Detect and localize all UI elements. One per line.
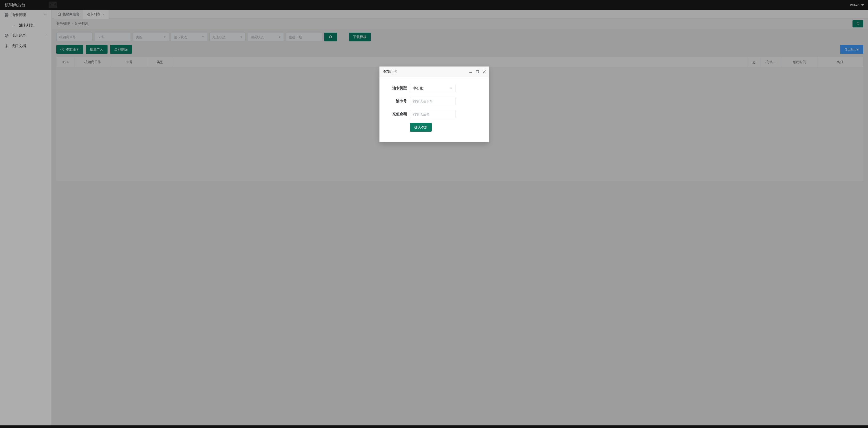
modal-overlay[interactable]: 添加油卡 油卡类型 中石化 ▼ 油卡号 xyxy=(0,0,868,428)
field-label-card-no: 油卡号 xyxy=(389,99,410,104)
maximize-button[interactable] xyxy=(476,70,479,73)
modal-body: 油卡类型 中石化 ▼ 油卡号 充值金额 xyxy=(379,77,489,142)
modal-title: 添加油卡 xyxy=(382,69,397,74)
recharge-amount-input[interactable] xyxy=(410,110,456,118)
field-label-type: 油卡类型 xyxy=(389,86,410,91)
field-label-amount: 充值金额 xyxy=(389,112,410,116)
add-oilcard-modal: 添加油卡 油卡类型 中石化 ▼ 油卡号 xyxy=(379,66,489,142)
modal-header[interactable]: 添加油卡 xyxy=(379,66,489,77)
close-icon xyxy=(483,70,486,73)
confirm-add-button[interactable]: 确认添加 xyxy=(410,123,432,132)
oilcard-type-select[interactable]: 中石化 ▼ xyxy=(410,84,456,92)
minimize-icon xyxy=(469,70,472,73)
caret-down-icon: ▼ xyxy=(450,87,453,90)
oilcard-no-input[interactable] xyxy=(410,97,456,105)
maximize-icon xyxy=(476,70,479,73)
minimize-button[interactable] xyxy=(469,70,472,73)
close-button[interactable] xyxy=(483,70,486,73)
